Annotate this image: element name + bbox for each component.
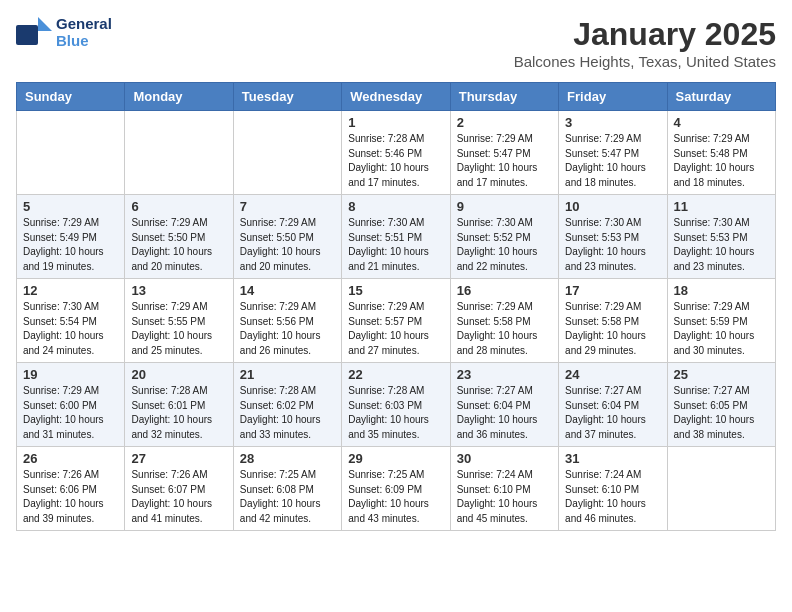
day-number: 14 xyxy=(240,283,335,298)
calendar-cell: 28Sunrise: 7:25 AM Sunset: 6:08 PM Dayli… xyxy=(233,447,341,531)
calendar-cell: 7Sunrise: 7:29 AM Sunset: 5:50 PM Daylig… xyxy=(233,195,341,279)
calendar-cell xyxy=(233,111,341,195)
calendar-cell: 9Sunrise: 7:30 AM Sunset: 5:52 PM Daylig… xyxy=(450,195,558,279)
day-info: Sunrise: 7:29 AM Sunset: 5:47 PM Dayligh… xyxy=(565,132,660,190)
day-info: Sunrise: 7:28 AM Sunset: 6:02 PM Dayligh… xyxy=(240,384,335,442)
day-number: 17 xyxy=(565,283,660,298)
calendar-week-row: 5Sunrise: 7:29 AM Sunset: 5:49 PM Daylig… xyxy=(17,195,776,279)
calendar-cell: 30Sunrise: 7:24 AM Sunset: 6:10 PM Dayli… xyxy=(450,447,558,531)
day-info: Sunrise: 7:29 AM Sunset: 5:58 PM Dayligh… xyxy=(565,300,660,358)
svg-marker-1 xyxy=(38,17,52,31)
day-number: 9 xyxy=(457,199,552,214)
calendar-cell: 31Sunrise: 7:24 AM Sunset: 6:10 PM Dayli… xyxy=(559,447,667,531)
day-number: 13 xyxy=(131,283,226,298)
day-number: 29 xyxy=(348,451,443,466)
calendar-cell: 21Sunrise: 7:28 AM Sunset: 6:02 PM Dayli… xyxy=(233,363,341,447)
day-number: 16 xyxy=(457,283,552,298)
day-info: Sunrise: 7:30 AM Sunset: 5:54 PM Dayligh… xyxy=(23,300,118,358)
day-number: 26 xyxy=(23,451,118,466)
day-info: Sunrise: 7:29 AM Sunset: 6:00 PM Dayligh… xyxy=(23,384,118,442)
day-info: Sunrise: 7:29 AM Sunset: 5:58 PM Dayligh… xyxy=(457,300,552,358)
day-info: Sunrise: 7:30 AM Sunset: 5:53 PM Dayligh… xyxy=(565,216,660,274)
day-info: Sunrise: 7:27 AM Sunset: 6:04 PM Dayligh… xyxy=(457,384,552,442)
day-info: Sunrise: 7:29 AM Sunset: 5:47 PM Dayligh… xyxy=(457,132,552,190)
day-number: 22 xyxy=(348,367,443,382)
day-number: 30 xyxy=(457,451,552,466)
day-info: Sunrise: 7:24 AM Sunset: 6:10 PM Dayligh… xyxy=(457,468,552,526)
calendar-cell: 10Sunrise: 7:30 AM Sunset: 5:53 PM Dayli… xyxy=(559,195,667,279)
day-info: Sunrise: 7:25 AM Sunset: 6:08 PM Dayligh… xyxy=(240,468,335,526)
day-info: Sunrise: 7:29 AM Sunset: 5:48 PM Dayligh… xyxy=(674,132,769,190)
day-number: 2 xyxy=(457,115,552,130)
day-number: 24 xyxy=(565,367,660,382)
calendar-cell: 2Sunrise: 7:29 AM Sunset: 5:47 PM Daylig… xyxy=(450,111,558,195)
day-number: 23 xyxy=(457,367,552,382)
day-info: Sunrise: 7:27 AM Sunset: 6:04 PM Dayligh… xyxy=(565,384,660,442)
day-info: Sunrise: 7:29 AM Sunset: 5:59 PM Dayligh… xyxy=(674,300,769,358)
calendar-header-sunday: Sunday xyxy=(17,83,125,111)
svg-rect-0 xyxy=(16,25,38,45)
calendar-cell: 8Sunrise: 7:30 AM Sunset: 5:51 PM Daylig… xyxy=(342,195,450,279)
calendar-cell: 5Sunrise: 7:29 AM Sunset: 5:49 PM Daylig… xyxy=(17,195,125,279)
day-number: 20 xyxy=(131,367,226,382)
calendar-cell: 16Sunrise: 7:29 AM Sunset: 5:58 PM Dayli… xyxy=(450,279,558,363)
day-number: 27 xyxy=(131,451,226,466)
day-info: Sunrise: 7:29 AM Sunset: 5:50 PM Dayligh… xyxy=(131,216,226,274)
calendar-cell: 22Sunrise: 7:28 AM Sunset: 6:03 PM Dayli… xyxy=(342,363,450,447)
day-number: 7 xyxy=(240,199,335,214)
day-number: 31 xyxy=(565,451,660,466)
calendar-cell: 23Sunrise: 7:27 AM Sunset: 6:04 PM Dayli… xyxy=(450,363,558,447)
month-title: January 2025 xyxy=(514,16,776,53)
day-info: Sunrise: 7:29 AM Sunset: 5:49 PM Dayligh… xyxy=(23,216,118,274)
day-info: Sunrise: 7:29 AM Sunset: 5:50 PM Dayligh… xyxy=(240,216,335,274)
calendar-table: SundayMondayTuesdayWednesdayThursdayFrid… xyxy=(16,82,776,531)
calendar-cell: 15Sunrise: 7:29 AM Sunset: 5:57 PM Dayli… xyxy=(342,279,450,363)
logo-icon xyxy=(16,17,52,45)
calendar-cell: 1Sunrise: 7:28 AM Sunset: 5:46 PM Daylig… xyxy=(342,111,450,195)
calendar-cell xyxy=(667,447,775,531)
day-info: Sunrise: 7:29 AM Sunset: 5:56 PM Dayligh… xyxy=(240,300,335,358)
day-info: Sunrise: 7:30 AM Sunset: 5:51 PM Dayligh… xyxy=(348,216,443,274)
calendar-cell: 24Sunrise: 7:27 AM Sunset: 6:04 PM Dayli… xyxy=(559,363,667,447)
calendar-cell: 29Sunrise: 7:25 AM Sunset: 6:09 PM Dayli… xyxy=(342,447,450,531)
location-title: Balcones Heights, Texas, United States xyxy=(514,53,776,70)
calendar-header-row: SundayMondayTuesdayWednesdayThursdayFrid… xyxy=(17,83,776,111)
calendar-cell: 17Sunrise: 7:29 AM Sunset: 5:58 PM Dayli… xyxy=(559,279,667,363)
calendar-cell: 4Sunrise: 7:29 AM Sunset: 5:48 PM Daylig… xyxy=(667,111,775,195)
day-info: Sunrise: 7:25 AM Sunset: 6:09 PM Dayligh… xyxy=(348,468,443,526)
day-info: Sunrise: 7:26 AM Sunset: 6:07 PM Dayligh… xyxy=(131,468,226,526)
title-area: January 2025 Balcones Heights, Texas, Un… xyxy=(514,16,776,70)
day-number: 18 xyxy=(674,283,769,298)
day-number: 1 xyxy=(348,115,443,130)
day-number: 5 xyxy=(23,199,118,214)
calendar-cell: 18Sunrise: 7:29 AM Sunset: 5:59 PM Dayli… xyxy=(667,279,775,363)
calendar-cell: 26Sunrise: 7:26 AM Sunset: 6:06 PM Dayli… xyxy=(17,447,125,531)
day-info: Sunrise: 7:26 AM Sunset: 6:06 PM Dayligh… xyxy=(23,468,118,526)
calendar-cell xyxy=(17,111,125,195)
day-info: Sunrise: 7:29 AM Sunset: 5:57 PM Dayligh… xyxy=(348,300,443,358)
day-number: 21 xyxy=(240,367,335,382)
day-number: 12 xyxy=(23,283,118,298)
calendar-cell: 25Sunrise: 7:27 AM Sunset: 6:05 PM Dayli… xyxy=(667,363,775,447)
calendar-cell: 27Sunrise: 7:26 AM Sunset: 6:07 PM Dayli… xyxy=(125,447,233,531)
day-number: 19 xyxy=(23,367,118,382)
day-info: Sunrise: 7:27 AM Sunset: 6:05 PM Dayligh… xyxy=(674,384,769,442)
calendar-header-thursday: Thursday xyxy=(450,83,558,111)
logo-general: General xyxy=(56,16,112,33)
day-number: 28 xyxy=(240,451,335,466)
day-info: Sunrise: 7:28 AM Sunset: 5:46 PM Dayligh… xyxy=(348,132,443,190)
day-info: Sunrise: 7:24 AM Sunset: 6:10 PM Dayligh… xyxy=(565,468,660,526)
calendar-week-row: 26Sunrise: 7:26 AM Sunset: 6:06 PM Dayli… xyxy=(17,447,776,531)
calendar-header-wednesday: Wednesday xyxy=(342,83,450,111)
day-number: 10 xyxy=(565,199,660,214)
calendar-header-tuesday: Tuesday xyxy=(233,83,341,111)
calendar-week-row: 1Sunrise: 7:28 AM Sunset: 5:46 PM Daylig… xyxy=(17,111,776,195)
logo: General Blue xyxy=(16,16,112,49)
day-number: 11 xyxy=(674,199,769,214)
calendar-cell: 14Sunrise: 7:29 AM Sunset: 5:56 PM Dayli… xyxy=(233,279,341,363)
calendar-header-friday: Friday xyxy=(559,83,667,111)
calendar-header-saturday: Saturday xyxy=(667,83,775,111)
day-info: Sunrise: 7:28 AM Sunset: 6:03 PM Dayligh… xyxy=(348,384,443,442)
day-info: Sunrise: 7:30 AM Sunset: 5:52 PM Dayligh… xyxy=(457,216,552,274)
calendar-cell: 6Sunrise: 7:29 AM Sunset: 5:50 PM Daylig… xyxy=(125,195,233,279)
